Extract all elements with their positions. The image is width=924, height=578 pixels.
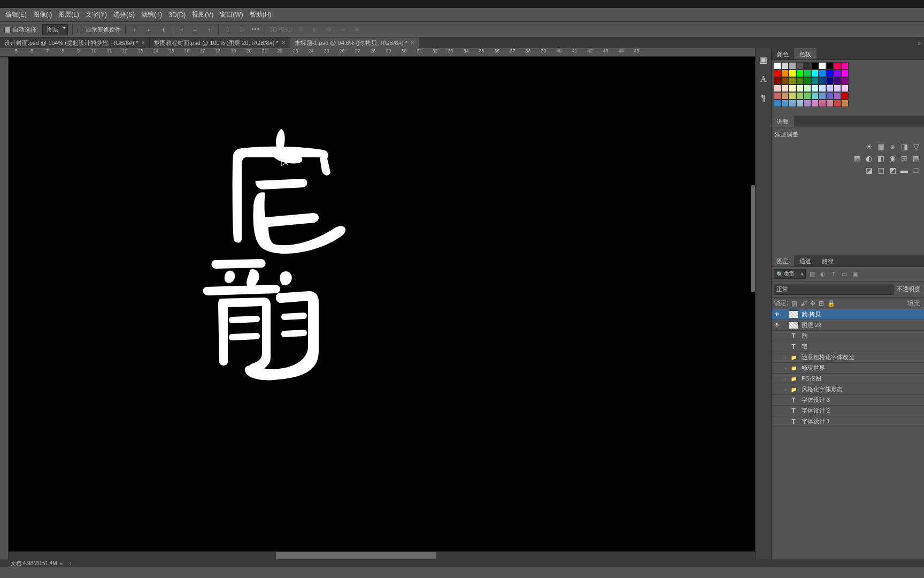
transform-checkbox[interactable] bbox=[77, 27, 83, 33]
close-icon[interactable]: × bbox=[141, 39, 145, 47]
adj-poster-icon[interactable]: ◫ bbox=[876, 165, 886, 175]
visibility-icon[interactable]: 👁 bbox=[772, 322, 782, 328]
swatch[interactable] bbox=[804, 100, 811, 107]
filter-shape-icon[interactable]: ▭ bbox=[840, 270, 849, 278]
layer-row[interactable]: ›📁PS抠图 bbox=[772, 374, 924, 384]
adj-vibrance-icon[interactable]: ▽ bbox=[911, 142, 921, 151]
auto-select-dropdown[interactable]: 图层 ▾ bbox=[42, 24, 68, 35]
tab-layers[interactable]: 图层 bbox=[772, 255, 794, 267]
layer-row[interactable]: ›📁随意粗格化字体改造 bbox=[772, 352, 924, 363]
layer-thumbnail[interactable] bbox=[789, 310, 798, 318]
adj-invert-icon[interactable]: ◪ bbox=[864, 165, 874, 175]
layer-thumbnail[interactable]: 📁 bbox=[789, 353, 798, 361]
tabs-menu-icon[interactable]: » bbox=[918, 40, 924, 46]
swatch[interactable] bbox=[796, 85, 804, 92]
swatch[interactable] bbox=[789, 92, 796, 100]
layer-thumbnail[interactable]: T bbox=[789, 407, 798, 415]
history-panel-icon[interactable]: ▣ bbox=[759, 55, 767, 65]
menu-3d[interactable]: 3D(D) bbox=[165, 11, 189, 19]
menu-type[interactable]: 文字(Y) bbox=[82, 10, 110, 19]
adj-levels-icon[interactable]: ▥ bbox=[876, 142, 886, 151]
tab-0[interactable]: 设计封面.psd @ 104% (提起设计的梦想, RGB/8#) *× bbox=[0, 37, 150, 48]
layer-thumbnail[interactable] bbox=[789, 321, 798, 329]
swatch[interactable] bbox=[774, 77, 781, 85]
canvas-area[interactable]: 5678910111213141516171819202122232425262… bbox=[0, 48, 755, 559]
swatch[interactable] bbox=[804, 77, 811, 85]
layer-name[interactable]: 字体设计 1 bbox=[802, 417, 830, 425]
tab-1[interactable]: 抠图教程封面.psd @ 100% (图层 20, RGB/8#) *× bbox=[150, 37, 290, 48]
horizontal-scrollbar[interactable] bbox=[9, 552, 755, 559]
layer-thumbnail[interactable]: T bbox=[789, 396, 798, 404]
filter-smart-icon[interactable]: ▣ bbox=[851, 270, 859, 278]
swatch[interactable] bbox=[781, 62, 789, 70]
swatch[interactable] bbox=[841, 70, 849, 77]
filter-type-icon[interactable]: T bbox=[829, 270, 838, 278]
ruler-horizontal[interactable]: 5678910111213141516171819202122232425262… bbox=[0, 48, 755, 57]
layer-row[interactable]: T字体设计 1 bbox=[772, 416, 924, 427]
swatch[interactable] bbox=[811, 77, 819, 85]
swatch[interactable] bbox=[781, 100, 789, 107]
swatch[interactable] bbox=[804, 62, 811, 70]
swatch[interactable] bbox=[834, 70, 841, 77]
menu-layer[interactable]: 图层(L) bbox=[55, 10, 82, 19]
menu-select[interactable]: 选择(S) bbox=[110, 10, 138, 19]
swatch[interactable] bbox=[826, 100, 834, 107]
align-vcenter-icon[interactable]: ⫠ bbox=[190, 25, 200, 34]
layer-thumbnail[interactable]: T bbox=[789, 417, 798, 425]
more-align-icon[interactable]: ••• bbox=[251, 25, 260, 34]
filter-pixel-icon[interactable]: ▧ bbox=[808, 270, 817, 278]
swatch[interactable] bbox=[774, 85, 781, 92]
layer-name[interactable]: 字体设计 2 bbox=[802, 407, 830, 415]
adj-mixer-icon[interactable]: ⊞ bbox=[899, 154, 909, 163]
layer-row[interactable]: T韵 bbox=[772, 331, 924, 341]
align-left-icon[interactable]: ⫟ bbox=[130, 25, 140, 34]
align-right-icon[interactable]: ⫞ bbox=[158, 25, 167, 34]
status-menu-icon[interactable]: ▸ bbox=[60, 560, 63, 566]
layer-row[interactable]: T字体设计 3 bbox=[772, 395, 924, 406]
swatch[interactable] bbox=[781, 70, 789, 77]
swatch[interactable] bbox=[826, 70, 834, 77]
layer-filter-dropdown[interactable]: 🔍 类型 ▾ bbox=[774, 269, 806, 279]
swatch[interactable] bbox=[811, 92, 819, 100]
layer-name[interactable]: 韵 拷贝 bbox=[802, 310, 821, 318]
adj-threshold-icon[interactable]: ◩ bbox=[888, 165, 897, 175]
blend-mode-dropdown[interactable]: 正常 bbox=[774, 284, 894, 295]
layer-name[interactable]: 韵 bbox=[802, 332, 807, 340]
swatch[interactable] bbox=[804, 70, 811, 77]
swatch[interactable] bbox=[774, 70, 781, 77]
distribute-v-icon[interactable]: ⫿ bbox=[237, 25, 247, 34]
tab-channels[interactable]: 通道 bbox=[794, 255, 817, 267]
swatch[interactable] bbox=[841, 92, 849, 100]
swatch[interactable] bbox=[789, 85, 796, 92]
ruler-vertical[interactable] bbox=[0, 57, 9, 559]
swatch[interactable] bbox=[811, 85, 819, 92]
swatch[interactable] bbox=[804, 85, 811, 92]
layer-name[interactable]: 畅玩世界 bbox=[802, 364, 825, 372]
swatch[interactable] bbox=[774, 100, 781, 107]
layer-name[interactable]: 宅 bbox=[802, 343, 807, 351]
swatch[interactable] bbox=[811, 70, 819, 77]
swatch[interactable] bbox=[841, 77, 849, 85]
swatch[interactable] bbox=[819, 85, 826, 92]
swatch[interactable] bbox=[804, 92, 811, 100]
adj-lookup-icon[interactable]: ▤ bbox=[911, 154, 921, 163]
swatch[interactable] bbox=[781, 85, 789, 92]
menu-edit[interactable]: 编辑(E) bbox=[2, 10, 30, 19]
character-panel-icon[interactable]: A bbox=[760, 74, 767, 84]
layer-thumbnail[interactable]: 📁 bbox=[789, 385, 798, 393]
adj-gradient-icon[interactable]: ▬ bbox=[899, 165, 909, 175]
menu-view[interactable]: 视图(V) bbox=[189, 10, 217, 19]
swatch[interactable] bbox=[841, 85, 849, 92]
lock-all-icon[interactable]: 🔒 bbox=[827, 300, 835, 307]
adj-photo-filter-icon[interactable]: ◉ bbox=[888, 154, 897, 163]
paragraph-panel-icon[interactable]: ¶ bbox=[761, 94, 766, 103]
layer-row[interactable]: 👁图层 22 bbox=[772, 320, 924, 331]
adj-hue-icon[interactable]: ▦ bbox=[852, 154, 862, 163]
layer-thumbnail[interactable]: 📁 bbox=[789, 364, 798, 372]
swatch[interactable] bbox=[819, 77, 826, 85]
swatch[interactable] bbox=[819, 62, 826, 70]
adj-exposure-icon[interactable]: ◨ bbox=[899, 142, 909, 151]
swatch[interactable] bbox=[834, 62, 841, 70]
swatch[interactable] bbox=[774, 92, 781, 100]
align-hcenter-icon[interactable]: ⫠ bbox=[144, 25, 153, 34]
